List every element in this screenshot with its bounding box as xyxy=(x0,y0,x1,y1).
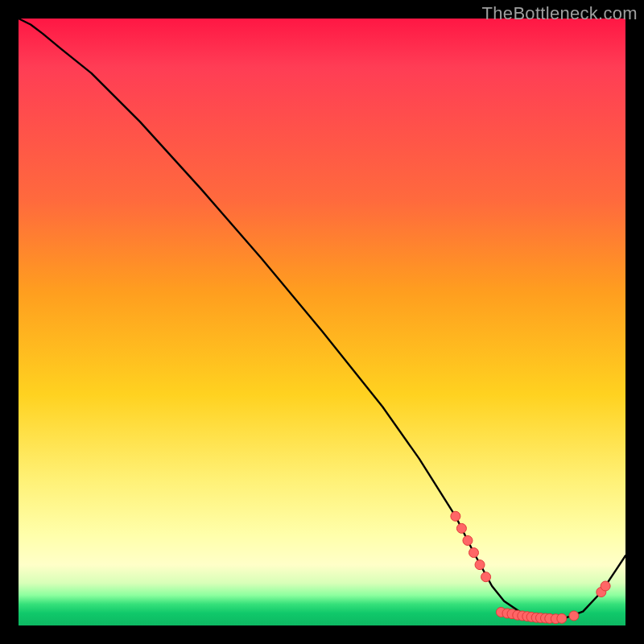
bottleneck-curve xyxy=(19,19,625,619)
curve-marker xyxy=(481,572,491,582)
curve-marker xyxy=(557,613,567,623)
plot-area xyxy=(19,19,625,625)
curve-layer xyxy=(19,19,625,625)
curve-marker xyxy=(475,560,485,570)
curve-marker xyxy=(463,535,473,545)
curve-marker xyxy=(451,511,460,521)
chart-stage: TheBottleneck.com xyxy=(0,0,644,644)
watermark-text: TheBottleneck.com xyxy=(482,3,638,24)
curve-marker xyxy=(569,611,579,621)
curve-marker xyxy=(601,581,610,591)
curve-marker xyxy=(469,548,479,558)
curve-marker xyxy=(456,523,466,533)
